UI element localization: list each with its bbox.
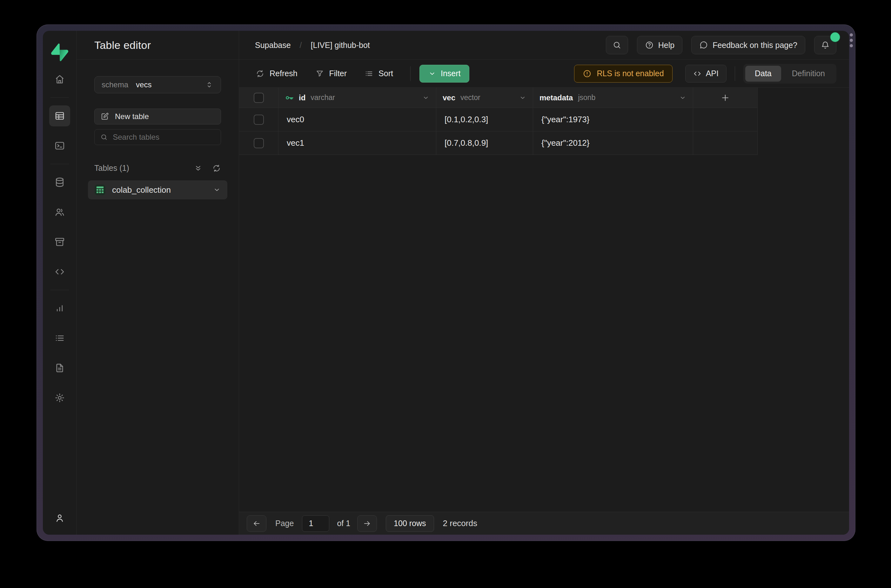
new-table-button[interactable]: New table (94, 109, 221, 124)
api-button[interactable]: API (685, 65, 726, 82)
column-header-id[interactable]: id varchar (279, 88, 436, 108)
sidebar-item-reports[interactable] (49, 298, 70, 319)
next-page-button[interactable] (357, 515, 377, 532)
page-title: Table editor (94, 39, 151, 51)
table-icon (54, 111, 65, 121)
online-status-dot (830, 32, 840, 42)
breadcrumb-separator: / (300, 40, 302, 50)
sidebar-item-docs[interactable] (49, 357, 70, 378)
feedback-button[interactable]: Feedback on this page? (691, 36, 805, 54)
sidebar-item-settings[interactable] (49, 387, 70, 408)
feedback-label: Feedback on this page? (712, 40, 797, 50)
help-label: Help (658, 40, 675, 50)
header-actions: Help Feedback on this page? (606, 36, 836, 54)
schema-select-label: schema (102, 80, 128, 89)
column-menu-icon[interactable] (679, 94, 687, 102)
table-row: vec1 [0.7,0.8,0.9] {"year":2012} (239, 132, 758, 155)
column-menu-icon[interactable] (422, 94, 430, 102)
terminal-icon (54, 140, 65, 151)
filter-funnel-icon (315, 69, 324, 78)
account-button[interactable] (49, 507, 70, 528)
search-tables-field[interactable] (94, 129, 221, 145)
pagination-footer: Page of 1 100 rows 2 records (239, 512, 849, 535)
breadcrumb: Supabase / [LIVE] github-bot (255, 40, 370, 50)
page-label: Page (275, 519, 294, 528)
breadcrumb-org[interactable]: Supabase (255, 40, 291, 50)
select-all-checkbox[interactable] (254, 93, 264, 103)
page-number-input[interactable] (302, 515, 329, 532)
sort-button[interactable]: Sort (361, 65, 397, 82)
refresh-icon (256, 69, 264, 78)
table-row: vec0 [0.1,0.2,0.3] {"year":1973} (239, 108, 758, 132)
refresh-button[interactable]: Refresh (252, 65, 302, 82)
rls-warning-button[interactable]: RLS is not enabled (574, 65, 672, 82)
cell-id[interactable]: vec0 (279, 108, 436, 132)
help-button[interactable]: Help (637, 36, 682, 54)
sidebar-item-authentication[interactable] (49, 202, 70, 223)
sidebar-item-sql-editor[interactable] (49, 135, 70, 156)
filter-button[interactable]: Filter (312, 65, 351, 82)
sidebar-item-storage[interactable] (49, 231, 70, 252)
arrow-right-icon (363, 519, 372, 528)
schema-select[interactable]: schema vecs (94, 76, 221, 93)
rows-per-page-label: 100 rows (394, 519, 426, 528)
chevron-down-icon[interactable] (213, 186, 221, 194)
column-header-metadata[interactable]: metadata jsonb (533, 88, 693, 108)
insert-button[interactable]: Insert (420, 65, 470, 82)
cell-empty (693, 132, 758, 155)
code-icon (693, 69, 701, 78)
sidebar-item-edge-functions[interactable] (49, 261, 70, 282)
new-table-label: New table (115, 112, 149, 121)
nav-rail (43, 31, 76, 535)
column-menu-icon[interactable] (519, 94, 526, 102)
table-editor-sidebar: Table editor schema vecs (76, 31, 239, 535)
tab-definition[interactable]: Definition (782, 66, 834, 82)
refresh-icon[interactable] (212, 164, 221, 173)
cell-vec[interactable]: [0.1,0.2,0.3] (436, 108, 533, 132)
message-bubble-icon (699, 40, 708, 50)
page-count-label: of 1 (337, 519, 350, 528)
supabase-logo-icon[interactable] (51, 44, 68, 61)
add-column-button[interactable] (693, 88, 758, 108)
home-icon (54, 74, 65, 85)
row-checkbox[interactable] (254, 138, 264, 148)
cell-metadata[interactable]: {"year":1973} (533, 108, 693, 132)
supabase-app: Table editor schema vecs (43, 31, 849, 535)
sidebar-item-logs[interactable] (49, 328, 70, 349)
chevrons-double-down-icon[interactable] (194, 164, 202, 173)
select-all-cell (239, 88, 279, 108)
sidebar-item-database[interactable] (49, 172, 70, 193)
bell-icon (821, 40, 830, 50)
tables-heading: Tables (1) (94, 164, 129, 173)
sidebar-item-table-editor[interactable] (49, 105, 70, 126)
window-drag-handle (850, 33, 853, 47)
row-checkbox[interactable] (254, 115, 264, 125)
users-icon (54, 207, 65, 218)
cell-vec[interactable]: [0.7,0.8,0.9] (436, 132, 533, 155)
column-type: vector (460, 93, 480, 102)
schema-select-value: vecs (136, 80, 152, 89)
column-type: jsonb (578, 93, 596, 102)
sidebar-item-home[interactable] (49, 69, 70, 90)
column-header-vec[interactable]: vec vector (436, 88, 533, 108)
api-label: API (706, 69, 718, 78)
rows-per-page-button[interactable]: 100 rows (386, 515, 434, 532)
app-window: Table editor schema vecs (36, 24, 855, 541)
primary-key-icon (285, 93, 294, 102)
search-button[interactable] (606, 36, 628, 54)
grid-header-row: id varchar vec vector metadata (239, 88, 758, 108)
help-circle-icon (645, 40, 654, 50)
tab-data[interactable]: Data (745, 66, 781, 82)
toolbar-divider (735, 66, 735, 81)
previous-page-button[interactable] (247, 515, 266, 532)
main-panel: Supabase / [LIVE] github-bot (239, 31, 849, 535)
column-name: id (299, 93, 306, 102)
search-tables-input[interactable] (113, 133, 215, 142)
gear-icon (54, 392, 65, 403)
table-green-icon (94, 184, 106, 196)
cell-metadata[interactable]: {"year":2012} (533, 132, 693, 155)
breadcrumb-project[interactable]: [LIVE] github-bot (311, 40, 370, 50)
chevron-down-icon (428, 69, 436, 78)
sidebar-table-item[interactable]: colab_collection (88, 180, 227, 200)
cell-id[interactable]: vec1 (279, 132, 436, 155)
